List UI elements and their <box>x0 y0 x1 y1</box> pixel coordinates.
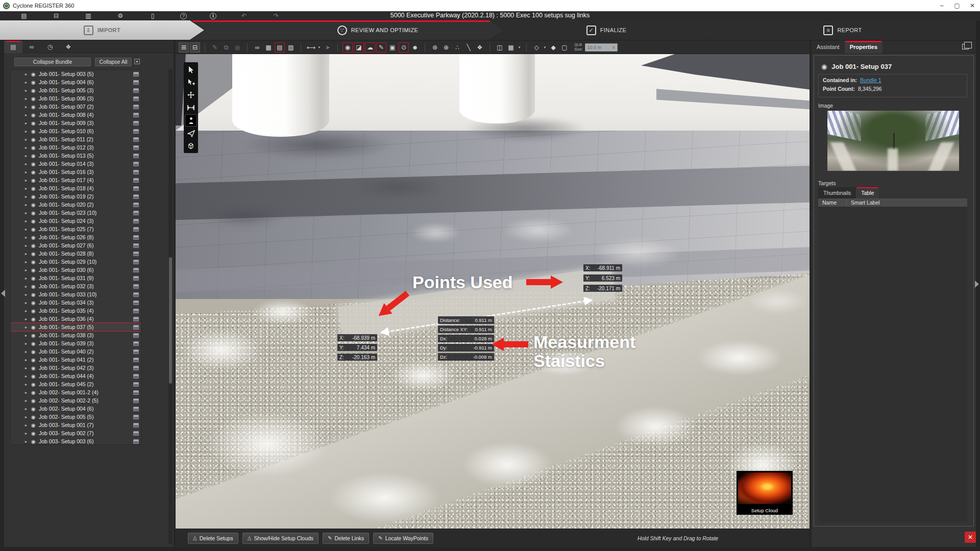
expand-arrow-icon[interactable]: ▸ <box>25 260 31 264</box>
column-name[interactable]: Name <box>818 199 847 206</box>
expand-arrow-icon[interactable]: ▸ <box>25 292 31 297</box>
select-cursor-tool[interactable] <box>185 64 197 75</box>
expand-arrow-icon[interactable]: ▸ <box>25 366 31 370</box>
tree-row[interactable]: ▸ ◉ Job 001- Setup 026 (8) <box>11 233 141 241</box>
tree-row[interactable]: ▸ ◉ Job 001- Setup 020 (2) <box>11 201 141 209</box>
tree-row[interactable]: ▸ ◉ Job 001- Setup 010 (6) <box>11 127 141 135</box>
expand-arrow-icon[interactable]: ▸ <box>25 415 31 419</box>
tree-row[interactable]: ▸ ◉ Job 001- Setup 034 (3) <box>11 298 141 307</box>
pick-point-tool[interactable] <box>185 77 197 88</box>
scrollbar-thumb[interactable] <box>169 257 172 384</box>
tree-row[interactable]: ▸ ◉ Job 001- Setup 030 (6) <box>11 266 141 274</box>
expand-arrow-icon[interactable]: ▸ <box>25 374 31 379</box>
expand-arrow-icon[interactable]: ▸ <box>25 317 31 321</box>
perspective-view-icon[interactable]: ▢ <box>559 42 570 53</box>
expand-arrow-icon[interactable]: ▸ <box>25 178 31 183</box>
tab-links[interactable]: ∞ <box>22 41 41 53</box>
expand-arrow-icon[interactable]: ▸ <box>25 333 31 338</box>
tree-row[interactable]: ▸ ◉ Job 001- Setup 042 (3) <box>11 364 141 372</box>
tree-row[interactable]: ▸ ◉ Job 002- Setup 001-2 (4) <box>11 388 141 396</box>
perspective-cube-tool[interactable] <box>185 140 197 152</box>
tree-row[interactable]: ▸ ◉ Job 001- Setup 014 (3) <box>11 160 141 168</box>
camera-tool-icon[interactable]: ▣ <box>387 42 398 53</box>
dropdown-caret-icon[interactable]: ▾ <box>543 42 547 53</box>
tree-row[interactable]: ▸ ◉ Job 001- Setup 033 (10) <box>11 290 141 298</box>
expand-arrow-icon[interactable]: ▸ <box>25 227 31 232</box>
tab-thumbnails[interactable]: Thumbnails <box>818 187 856 198</box>
fly-navigation-tool[interactable] <box>185 128 197 139</box>
tree-row[interactable]: ▸ ◉ Job 002- Setup 004 (6) <box>11 405 141 413</box>
expand-arrow-icon[interactable]: ▸ <box>25 358 31 362</box>
tree-row[interactable]: ▸ ◉ Job 001- Setup 006 (3) <box>11 94 141 103</box>
waypoint-tool-icon[interactable]: ⊙ <box>399 42 409 53</box>
expand-arrow-icon[interactable]: ▸ <box>25 186 31 191</box>
collapse-right-panel-icon[interactable] <box>975 281 979 288</box>
tree-row[interactable]: ▸ ◉ Job 001- Setup 004 (6) <box>11 78 141 86</box>
remove-from-bundle-icon[interactable]: ⊟ <box>190 42 200 53</box>
tree-row[interactable]: ▸ ◉ Job 001- Setup 003 (5) <box>11 70 141 78</box>
target-tool-icon[interactable]: ◉ <box>342 42 353 53</box>
tree-row[interactable]: ▸ ◉ Job 001- Setup 038 (3) <box>11 331 141 339</box>
locate-waypoints-button[interactable]: ✎ Locate WayPoints <box>373 533 433 544</box>
tree-row[interactable]: ▸ ◉ Job 001- Setup 024 (3) <box>11 217 141 225</box>
expand-arrow-icon[interactable]: ▸ <box>25 88 31 93</box>
open-project-icon[interactable]: ▤ <box>19 12 29 19</box>
expand-arrow-icon[interactable]: ▸ <box>25 325 31 330</box>
expand-arrow-icon[interactable]: ▸ <box>25 284 31 289</box>
tree-row[interactable]: ▸ ◉ Job 001- Setup 031 (9) <box>11 274 141 282</box>
tree-row[interactable]: ▸ ◉ Job 001- Setup 028 (8) <box>11 249 141 258</box>
tree-row[interactable]: ▸ ◉ Job 001- Setup 027 (6) <box>11 241 141 249</box>
setup-panorama-thumbnail[interactable] <box>827 111 959 171</box>
expand-arrow-icon[interactable]: ▸ <box>25 105 31 109</box>
measure-tool-icon[interactable]: ⟷ <box>306 42 316 53</box>
geo-pin-icon[interactable]: ⊕ <box>441 42 451 53</box>
expand-arrow-icon[interactable]: ▸ <box>25 268 31 272</box>
workflow-step-finalize[interactable]: ✓ FINALIZE <box>489 20 724 40</box>
tree-row[interactable]: ▸ ◉ Job 001- Setup 009 (3) <box>11 119 141 127</box>
expand-arrow-icon[interactable]: ▸ <box>25 309 31 313</box>
expand-arrow-icon[interactable]: ▸ <box>25 390 31 395</box>
collapse-left-panel-icon[interactable] <box>1 290 5 297</box>
tree-row[interactable]: ▸ ◉ Job 001- Setup 005 (3) <box>11 86 141 94</box>
expand-arrow-icon[interactable]: ▸ <box>25 137 31 142</box>
tree-row[interactable]: ▸ ◉ Job 001- Setup 035 (4) <box>11 307 141 315</box>
image-view-icon[interactable]: ▨ <box>286 42 296 53</box>
tree-row[interactable]: ▸ ◉ Job 003- Setup 003 (6) <box>11 437 141 445</box>
tab-bundles[interactable]: ▤ <box>4 41 22 53</box>
delete-links-button[interactable]: ✎ Delete Links <box>323 533 369 544</box>
expand-arrow-icon[interactable]: ▸ <box>25 80 31 85</box>
tab-table[interactable]: Table <box>856 187 879 198</box>
tree-row[interactable]: ▸ ◉ Job 003- Setup 001 (7) <box>11 421 141 429</box>
expand-arrow-icon[interactable]: ▸ <box>25 211 31 215</box>
monitor-view-icon[interactable]: ▦ <box>263 42 274 53</box>
about-icon[interactable]: ℹ <box>210 13 216 19</box>
expand-arrow-icon[interactable]: ▸ <box>25 243 31 248</box>
tree-row[interactable]: ▸ ◉ Job 001- Setup 040 (2) <box>11 347 141 356</box>
dropdown-caret-icon[interactable]: ▾ <box>517 42 522 53</box>
expand-arrow-icon[interactable]: ▸ <box>25 96 31 101</box>
tree-row[interactable]: ▸ ◉ Job 001- Setup 016 (3) <box>11 168 141 176</box>
draw-tool-icon[interactable]: ✎ <box>376 42 386 53</box>
expand-arrow-icon[interactable]: ▸ <box>25 162 31 166</box>
sidebar-scrollbar[interactable] <box>168 69 173 544</box>
tree-row[interactable]: ▸ ◉ Job 001- Setup 041 (2) <box>11 356 141 364</box>
copy-icon[interactable]: ⧉ <box>221 42 231 53</box>
tree-row[interactable]: ▸ ◉ Job 001- Setup 036 (4) <box>11 315 141 323</box>
report-icon[interactable]: ▥ <box>84 12 93 19</box>
expand-arrow-icon[interactable]: ▸ <box>25 382 31 387</box>
expand-arrow-icon[interactable]: ▸ <box>25 439 31 444</box>
tab-properties[interactable]: Properties <box>845 41 883 53</box>
import-project-icon[interactable]: ⊟ <box>52 12 61 19</box>
minimize-button[interactable]: – <box>934 0 949 11</box>
setup-cloud-preview[interactable]: Setup Cloud <box>737 471 793 515</box>
maximize-button[interactable]: ▢ <box>949 0 965 11</box>
tree-row[interactable]: ▸ ◉ Job 002- Setup 005 (5) <box>11 413 141 421</box>
globe-icon[interactable]: ⊛ <box>430 42 440 53</box>
workflow-step-review-and-optimize[interactable]: ∵ REVIEW AND OPTIMIZE <box>191 20 503 40</box>
expand-arrow-icon[interactable]: ▸ <box>25 194 31 199</box>
tree-row[interactable]: ▸ ◉ Job 001- Setup 032 (3) <box>11 282 141 290</box>
tree-row[interactable]: ▸ ◉ Job 001- Setup 025 (7) <box>11 225 141 233</box>
workflow-step-import[interactable]: ⇩ IMPORT <box>0 20 204 40</box>
tree-row[interactable]: ▸ ◉ Job 001- Setup 007 (2) <box>11 103 141 111</box>
tree-row[interactable]: ▸ ◉ Job 001- Setup 044 (4) <box>11 372 141 380</box>
